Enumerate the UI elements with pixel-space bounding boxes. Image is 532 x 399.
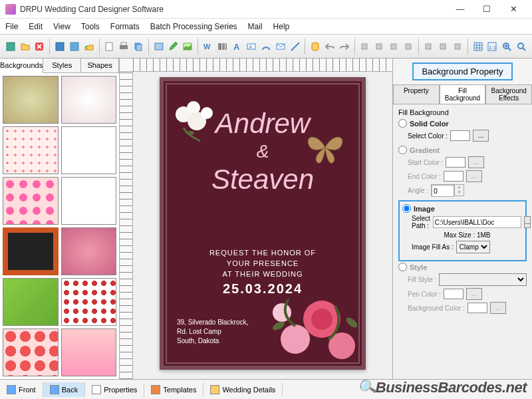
start-color-swatch[interactable]	[446, 157, 466, 168]
align-center-icon[interactable]	[436, 39, 450, 54]
wordart-icon[interactable]: W	[201, 39, 215, 54]
btab-front[interactable]: Front	[0, 382, 43, 397]
new-icon[interactable]	[4, 39, 17, 54]
btab-wedding-details[interactable]: Wedding Details	[203, 382, 283, 397]
saveas-icon[interactable]	[68, 39, 81, 54]
bg-thumb[interactable]	[61, 126, 117, 174]
radio-gradient[interactable]: Gradient	[398, 146, 527, 154]
barcode-icon[interactable]	[216, 39, 229, 54]
bg-thumb[interactable]	[61, 329, 117, 376]
menu-tools[interactable]: Tools	[81, 22, 100, 31]
menu-mail[interactable]: Mail	[248, 22, 263, 31]
card-req3: AT THEIR WEDDING	[164, 269, 362, 279]
label-bg-color: Background Color :	[408, 305, 465, 312]
zoom-in-icon[interactable]	[500, 39, 513, 54]
end-color-swatch[interactable]	[444, 171, 464, 182]
open-icon[interactable]	[19, 39, 32, 54]
fit-icon[interactable]: 1:1	[486, 39, 499, 54]
align-right-icon[interactable]	[451, 39, 464, 54]
line-icon[interactable]	[289, 39, 302, 54]
svg-text:A: A	[249, 44, 253, 50]
angle-spinner[interactable]: ▲▼	[431, 184, 464, 196]
bring-front-icon[interactable]	[358, 39, 372, 54]
pen-color-swatch[interactable]	[444, 289, 464, 299]
tab-shapes[interactable]: Shapes	[81, 59, 119, 72]
grid-icon[interactable]	[471, 39, 485, 54]
label-fill-style: Fill Style :	[408, 276, 436, 283]
btab-properties[interactable]: Properties	[85, 382, 144, 397]
align-left-icon[interactable]	[422, 39, 436, 54]
copy-icon[interactable]	[132, 39, 145, 54]
canvas-viewport[interactable]: Andrew & Steaven REQUEST THE HONOR OF YO…	[133, 72, 392, 379]
move-down-icon[interactable]	[402, 39, 415, 54]
minimize-button[interactable]: —	[447, 0, 473, 19]
bg-thumb[interactable]	[3, 126, 59, 174]
bg-thumb[interactable]	[61, 227, 117, 275]
btab-templates[interactable]: Templates	[144, 382, 203, 397]
menu-edit[interactable]: Edit	[29, 22, 43, 31]
bg-thumb[interactable]	[3, 227, 59, 275]
label-end-color: End Color :	[408, 173, 441, 180]
image-icon[interactable]	[152, 39, 166, 54]
svg-rect-8	[136, 45, 142, 51]
tab-styles[interactable]: Styles	[43, 59, 81, 72]
bg-thumb[interactable]	[61, 76, 117, 124]
move-up-icon[interactable]	[387, 39, 400, 54]
redo-icon[interactable]	[338, 39, 351, 54]
database-icon[interactable]	[309, 39, 322, 54]
bg-color-browse[interactable]: ...	[490, 302, 506, 314]
bg-thumb[interactable]	[3, 177, 59, 225]
print-icon[interactable]	[117, 39, 130, 54]
svg-rect-5	[120, 45, 128, 49]
card-date: 25.03.2024	[164, 283, 362, 294]
menu-help[interactable]: Help	[273, 22, 290, 31]
app-icon	[5, 4, 16, 15]
save-icon[interactable]	[53, 39, 66, 54]
wedding-card[interactable]: Andrew & Steaven REQUEST THE HONOR OF YO…	[160, 77, 366, 370]
zoom-tool-icon[interactable]	[515, 39, 528, 54]
bg-thumb[interactable]	[61, 278, 117, 326]
tab-fill-background[interactable]: Fill Background	[440, 84, 486, 104]
bg-thumb[interactable]	[61, 177, 117, 225]
fill-style-select[interactable]	[439, 273, 527, 286]
end-color-browse[interactable]: ...	[466, 170, 482, 182]
menu-view[interactable]: View	[53, 22, 70, 31]
start-color-browse[interactable]: ...	[468, 156, 484, 168]
bg-thumb[interactable]	[3, 329, 59, 376]
image-path-input[interactable]	[433, 216, 521, 228]
radio-image[interactable]: Image	[402, 204, 523, 213]
shape-icon[interactable]	[259, 39, 273, 54]
menu-batch[interactable]: Batch Processing Series	[150, 22, 237, 31]
edit-icon[interactable]	[166, 39, 180, 54]
background-property-button[interactable]: Background Property	[412, 63, 512, 80]
menu-formats[interactable]: Formats	[110, 22, 140, 31]
radio-style[interactable]: Style	[398, 263, 527, 271]
bg-color-swatch[interactable]	[467, 303, 487, 313]
picture-icon[interactable]	[181, 39, 194, 54]
bg-thumb[interactable]	[3, 278, 59, 326]
mail-icon[interactable]	[274, 39, 287, 54]
textbox-icon[interactable]: A	[245, 39, 258, 54]
close-button[interactable]: ✕	[500, 0, 527, 19]
maximize-button[interactable]: ☐	[473, 0, 500, 19]
radio-solid[interactable]: Solid Color	[398, 119, 527, 128]
tab-property[interactable]: Property	[393, 84, 440, 104]
solid-color-swatch[interactable]	[450, 130, 470, 141]
undo-icon[interactable]	[323, 39, 336, 54]
pen-color-browse[interactable]: ...	[466, 288, 482, 300]
svg-rect-21	[406, 44, 411, 49]
menu-file[interactable]: File	[5, 22, 18, 31]
solid-color-browse[interactable]: ...	[473, 130, 489, 142]
ruler-vertical	[120, 72, 133, 379]
tab-background-effects[interactable]: Background Effects	[485, 84, 532, 104]
export-icon[interactable]	[82, 39, 96, 54]
send-back-icon[interactable]	[372, 39, 386, 54]
image-path-browse[interactable]: ...	[524, 216, 531, 228]
delete-icon[interactable]	[33, 39, 47, 54]
text-icon[interactable]: A	[231, 39, 244, 54]
image-fill-as-select[interactable]: Clamp	[456, 241, 490, 253]
btab-back[interactable]: Back	[43, 382, 85, 397]
bg-thumb[interactable]	[3, 76, 59, 124]
tab-backgrounds[interactable]: Backgrounds	[0, 59, 43, 73]
page-icon[interactable]	[102, 39, 116, 54]
